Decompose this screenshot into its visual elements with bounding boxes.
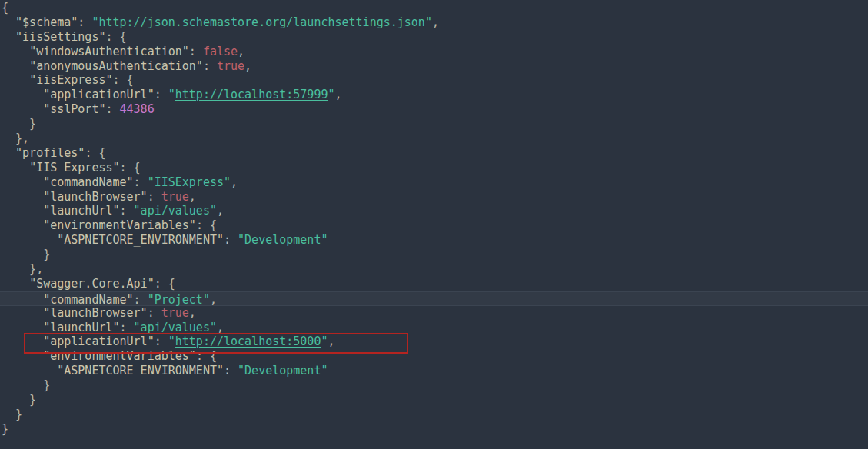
- json-url-link[interactable]: http://json.schemastore.org/launchsettin…: [98, 15, 424, 29]
- code-line[interactable]: "iisSettings": {: [2, 30, 868, 45]
- code-line[interactable]: {: [2, 1, 868, 15]
- json-key: "iisExpress": [29, 73, 112, 87]
- json-punctuation: ,: [210, 293, 217, 307]
- json-string: "Development": [238, 233, 328, 247]
- json-punctuation: [2, 88, 43, 101]
- json-key: "launchUrl": [43, 321, 119, 334]
- code-line[interactable]: "ASPNETCORE_ENVIRONMENT": "Development": [2, 364, 868, 378]
- json-key: "launchBrowser": [43, 306, 147, 320]
- json-punctuation: [2, 293, 43, 307]
- json-punctuation: :: [189, 45, 203, 58]
- json-punctuation: }: [2, 117, 36, 131]
- code-line[interactable]: },: [2, 131, 868, 146]
- json-key: "applicationUrl": [43, 334, 155, 348]
- json-string: "Project": [148, 293, 210, 307]
- code-line[interactable]: },: [2, 262, 868, 277]
- json-number: 44386: [120, 102, 155, 116]
- code-line[interactable]: "applicationUrl": "http://localhost:5000…: [2, 334, 868, 349]
- code-line[interactable]: "windowsAuthentication": false,: [2, 45, 868, 59]
- json-punctuation: ,: [231, 175, 238, 189]
- json-punctuation: [2, 233, 57, 247]
- json-punctuation: [2, 146, 15, 160]
- json-string: ": [328, 88, 334, 101]
- json-url-link[interactable]: http://localhost:5000: [175, 334, 321, 348]
- json-punctuation: [2, 30, 15, 44]
- json-string: "api/values": [134, 204, 217, 218]
- json-punctuation: ,: [217, 321, 224, 334]
- json-punctuation: [2, 175, 43, 189]
- json-punctuation: :: [105, 102, 119, 116]
- json-punctuation: ,: [189, 306, 196, 320]
- code-line[interactable]: "launchUrl": "api/values",: [2, 204, 868, 218]
- json-punctuation: }: [2, 422, 8, 436]
- code-line[interactable]: "ASPNETCORE_ENVIRONMENT": "Development": [2, 233, 868, 248]
- json-punctuation: :: [78, 15, 91, 29]
- code-line[interactable]: "Swagger.Core.Api": {: [2, 277, 868, 291]
- json-punctuation: [2, 204, 43, 218]
- code-line[interactable]: "launchBrowser": true,: [2, 190, 868, 205]
- code-line[interactable]: }: [2, 248, 868, 262]
- json-punctuation: :: [134, 175, 148, 189]
- code-line[interactable]: "iisExpress": {: [2, 73, 868, 88]
- code-line[interactable]: }: [2, 393, 868, 407]
- json-punctuation: [2, 190, 43, 204]
- json-punctuation: :: [224, 233, 238, 247]
- json-key: "$schema": [15, 15, 78, 29]
- code-line[interactable]: }: [2, 422, 868, 437]
- json-key: "launchBrowser": [43, 190, 147, 204]
- json-punctuation: },: [2, 262, 43, 276]
- json-punctuation: }: [2, 393, 36, 407]
- code-line[interactable]: "profiles": {: [2, 146, 868, 161]
- code-line[interactable]: "launchUrl": "api/values",: [2, 321, 868, 335]
- code-line[interactable]: "commandName": "IISExpress",: [2, 175, 868, 190]
- code-line[interactable]: "sslPort": 44386: [2, 102, 868, 117]
- json-punctuation: :: [224, 364, 238, 377]
- json-key: "environmentVariables": [43, 349, 196, 363]
- code-line[interactable]: }: [2, 378, 868, 393]
- code-line[interactable]: "anonymousAuthentication": true,: [2, 59, 868, 74]
- json-key: "windowsAuthentication": [29, 45, 189, 58]
- code-line[interactable]: }: [2, 407, 868, 422]
- json-punctuation: ,: [244, 59, 251, 73]
- json-string: ": [168, 334, 175, 348]
- code-editor[interactable]: { "$schema": "http://json.schemastore.or…: [0, 0, 868, 449]
- json-key: "iisSettings": [15, 30, 105, 44]
- json-punctuation: :: [148, 306, 161, 320]
- code-line[interactable]: "environmentVariables": {: [2, 218, 868, 233]
- json-key: "launchUrl": [43, 204, 119, 218]
- json-key: "IIS Express": [29, 161, 119, 175]
- json-key: "ASPNETCORE_ENVIRONMENT": [57, 233, 224, 247]
- json-punctuation: [2, 349, 43, 363]
- json-key: "applicationUrl": [43, 88, 155, 101]
- json-punctuation: :: [120, 321, 134, 334]
- code-line[interactable]: }: [2, 117, 868, 131]
- json-punctuation: : {: [105, 30, 126, 44]
- json-punctuation: :: [148, 190, 161, 204]
- text-cursor: [218, 294, 219, 306]
- code-line[interactable]: "launchBrowser": true,: [2, 306, 868, 321]
- code-line[interactable]: "applicationUrl": "http://localhost:5799…: [2, 88, 868, 102]
- json-punctuation: ,: [328, 334, 334, 348]
- json-punctuation: },: [2, 131, 29, 145]
- code-line[interactable]: "environmentVariables": {: [2, 349, 868, 364]
- json-url-link[interactable]: http://localhost:57999: [175, 88, 328, 101]
- json-punctuation: [2, 364, 57, 377]
- code-line[interactable]: "IIS Express": {: [2, 161, 868, 175]
- json-punctuation: [2, 45, 29, 58]
- json-punctuation: [2, 218, 43, 232]
- json-punctuation: : {: [120, 161, 141, 175]
- json-punctuation: : {: [155, 277, 175, 291]
- json-boolean: true: [217, 59, 244, 73]
- json-punctuation: [2, 15, 15, 29]
- json-punctuation: : {: [196, 349, 217, 363]
- json-key: "ASPNETCORE_ENVIRONMENT": [57, 364, 224, 377]
- json-punctuation: ,: [217, 204, 224, 218]
- json-key: "sslPort": [43, 102, 105, 116]
- json-key: "commandName": [43, 293, 133, 307]
- code-line-current[interactable]: "commandName": "Project",: [0, 291, 868, 306]
- code-line[interactable]: "$schema": "http://json.schemastore.org/…: [2, 15, 868, 30]
- json-punctuation: ,: [335, 88, 342, 101]
- json-key: "commandName": [43, 175, 133, 189]
- json-punctuation: [2, 306, 43, 320]
- json-punctuation: :: [155, 88, 168, 101]
